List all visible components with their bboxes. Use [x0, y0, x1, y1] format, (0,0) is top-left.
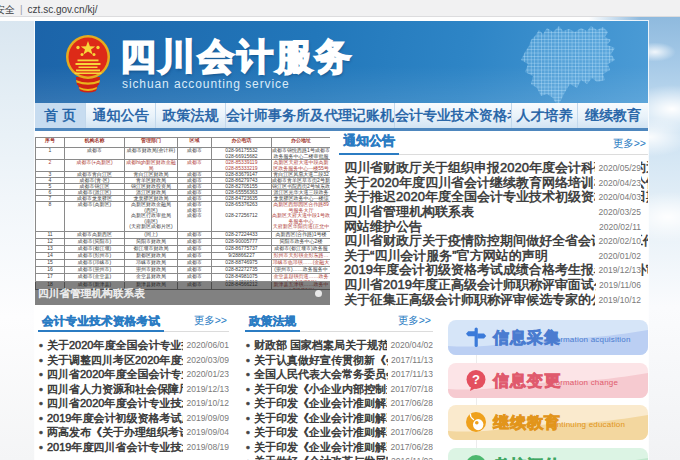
svg-text:?: ? — [472, 372, 480, 387]
